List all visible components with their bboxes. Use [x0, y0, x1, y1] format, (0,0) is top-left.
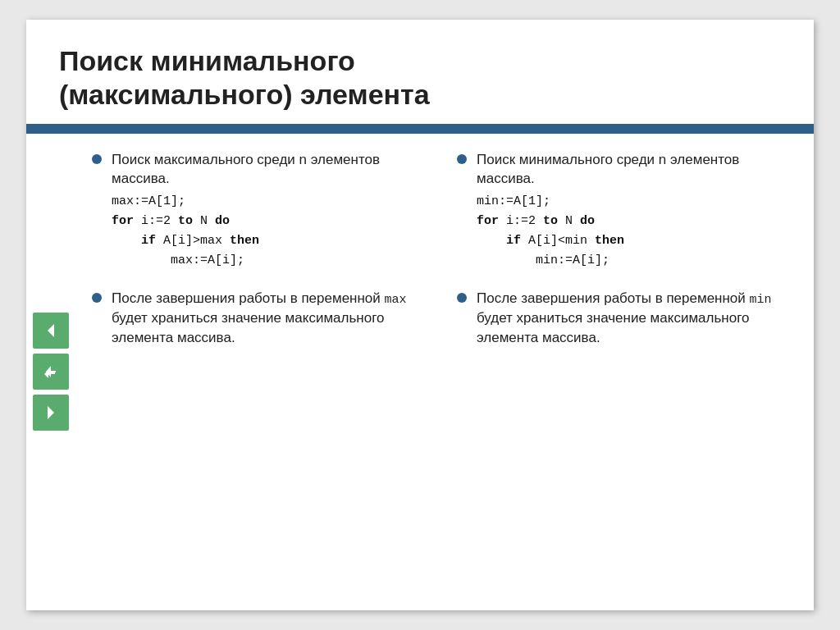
- right-b2-text-after: будет храниться значение максимального э…: [477, 310, 749, 345]
- left-bullet-1-content: Поиск максимального среди n элементов ма…: [112, 150, 432, 275]
- svg-marker-1: [48, 406, 54, 419]
- divider-bar: [26, 124, 814, 134]
- title-line1: Поиск минимального: [59, 45, 355, 76]
- content-area: Поиск максимального среди n элементов ма…: [26, 134, 814, 610]
- bullet-dot: [92, 154, 102, 164]
- code-line-3: if A[i]>max then: [112, 234, 259, 248]
- code-line-2: for i:=2 to N do: [112, 214, 230, 228]
- left-column: Поиск максимального среди n элементов ма…: [92, 150, 432, 594]
- return-button[interactable]: [33, 354, 69, 390]
- svg-marker-0: [48, 324, 54, 337]
- right-b2-inline-code: min: [750, 293, 772, 307]
- right-bullet-dot-1: [457, 154, 467, 164]
- right-bullet-1-text: Поиск минимального среди n элементов мас…: [477, 150, 797, 189]
- right-bullet-2: После завершения работы в переменной min…: [457, 289, 797, 348]
- left-bullet-1: Поиск максимального среди n элементов ма…: [92, 150, 432, 275]
- title-area: Поиск минимального (максимального) элеме…: [26, 20, 814, 124]
- left-b2-text-before: После завершения работы в переменной: [112, 290, 385, 306]
- back-button[interactable]: [33, 313, 69, 349]
- right-bullet-2-content: После завершения работы в переменной min…: [477, 289, 797, 348]
- right-bullet-dot-2: [457, 293, 467, 303]
- nav-buttons: [26, 134, 75, 610]
- left-bullet-1-text: Поиск максимального среди n элементов ма…: [112, 150, 432, 189]
- right-bullet-1-content: Поиск минимального среди n элементов мас…: [477, 150, 797, 275]
- right-b2-text-before: После завершения работы в переменной: [477, 290, 750, 306]
- forward-button[interactable]: [33, 395, 69, 431]
- code-line-4: max:=A[i];: [112, 253, 244, 267]
- right-bullet-1: Поиск минимального среди n элементов мас…: [457, 150, 797, 275]
- slide-title: Поиск минимального (максимального) элеме…: [59, 44, 781, 112]
- title-line2: (максимального) элемента: [59, 79, 430, 110]
- left-bullet-2: После завершения работы в переменной max…: [92, 289, 432, 348]
- columns: Поиск максимального среди n элементов ма…: [75, 150, 814, 594]
- code-line-1: max:=A[1];: [112, 194, 185, 208]
- right-column: Поиск минимального среди n элементов мас…: [457, 150, 797, 594]
- right-code-line-3: if A[i]<min then: [477, 234, 624, 248]
- right-code-line-2: for i:=2 to N do: [477, 214, 595, 228]
- left-code-block: max:=A[1]; for i:=2 to N do if A[i]>max …: [112, 192, 432, 271]
- right-code-line-4: min:=A[i];: [477, 253, 609, 267]
- slide: Поиск минимального (максимального) элеме…: [26, 20, 814, 610]
- left-b2-inline-code: max: [385, 293, 407, 307]
- left-b2-text-after: будет храниться значение максимального э…: [112, 310, 384, 345]
- right-code-block: min:=A[1]; for i:=2 to N do if A[i]<min …: [477, 192, 797, 271]
- bullet-dot-2: [92, 293, 102, 303]
- right-code-line-1: min:=A[1];: [477, 194, 550, 208]
- left-bullet-2-content: После завершения работы в переменной max…: [112, 289, 432, 348]
